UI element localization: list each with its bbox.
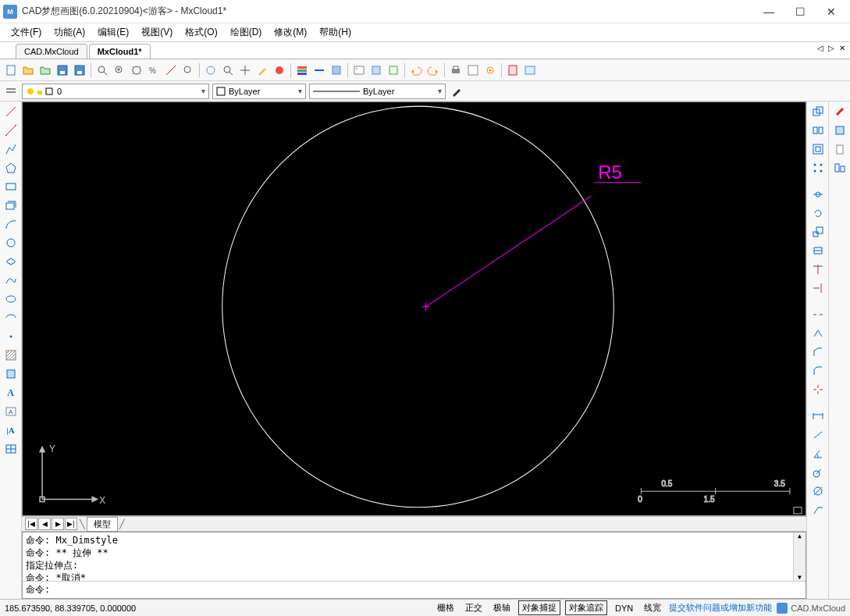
measure-distance-icon[interactable] — [163, 62, 179, 78]
layout-prev-icon[interactable]: ◀ — [38, 518, 51, 530]
tab-close-icon[interactable]: ✕ — [838, 44, 847, 52]
brush-icon[interactable] — [254, 62, 270, 78]
fillet-tool-icon[interactable] — [809, 362, 827, 379]
mirror-tool-icon[interactable] — [809, 122, 827, 139]
layer-manager-icon[interactable] — [294, 62, 310, 78]
xref-icon[interactable] — [386, 62, 401, 78]
layer-selector[interactable]: 0 ▾ — [22, 84, 209, 99]
paste-icon[interactable] — [831, 141, 848, 158]
menu-draw[interactable]: 绘图(D) — [224, 24, 269, 41]
array-tool-icon[interactable] — [809, 159, 827, 176]
color-icon[interactable] — [272, 62, 287, 78]
rectangle-tool-icon[interactable] — [2, 178, 20, 195]
polar-toggle[interactable]: 极轴 — [490, 601, 514, 614]
offset-tool-icon[interactable] — [809, 141, 827, 158]
dim-radius-icon[interactable] — [809, 464, 827, 481]
leader-icon[interactable] — [809, 501, 827, 518]
save-as-icon[interactable] — [72, 62, 87, 78]
layer-properties-icon[interactable] — [3, 84, 19, 99]
export-pdf-icon[interactable] — [505, 62, 521, 78]
close-button[interactable]: ✕ — [816, 1, 847, 23]
copy-tool-icon[interactable] — [809, 103, 827, 120]
explode-tool-icon[interactable] — [809, 381, 827, 398]
undo-icon[interactable] — [408, 62, 424, 78]
zoom-realtime-icon[interactable] — [220, 62, 236, 78]
save-icon[interactable] — [55, 62, 70, 78]
menu-help[interactable]: 帮助(H) — [313, 24, 357, 41]
ellipse-tool-icon[interactable] — [2, 290, 20, 308]
mtext-tool-icon[interactable]: A — [2, 403, 20, 420]
print-icon[interactable] — [448, 62, 464, 78]
spline-tool-icon[interactable] — [2, 272, 20, 289]
extend-tool-icon[interactable] — [809, 280, 827, 297]
revcloud-tool-icon[interactable] — [2, 253, 20, 270]
zoom-extents-icon[interactable] — [129, 62, 144, 78]
color-selector[interactable]: ByLayer ▾ — [212, 84, 306, 99]
model-tab[interactable]: 模型 — [87, 517, 118, 532]
layout-next-icon[interactable]: ▶ — [52, 518, 64, 530]
minimize-button[interactable]: — — [753, 1, 784, 23]
copy-clip-icon[interactable] — [831, 122, 848, 139]
join-tool-icon[interactable] — [809, 325, 827, 342]
open-cloud-icon[interactable] — [37, 62, 53, 78]
menu-format[interactable]: 格式(O) — [179, 24, 223, 41]
line-tool-icon[interactable] — [2, 103, 20, 120]
maximize-button[interactable]: ☐ — [784, 1, 816, 23]
rotate-tool-icon[interactable] — [809, 205, 827, 222]
scale-tool-icon[interactable] — [809, 223, 827, 240]
move-tool-icon[interactable] — [809, 186, 827, 203]
arc-tool-icon[interactable] — [2, 215, 20, 233]
attribute-text-tool-icon[interactable]: |A — [2, 422, 20, 439]
align-tool-icon[interactable] — [831, 159, 848, 176]
menu-function[interactable]: 功能(A) — [48, 24, 91, 41]
linetype-icon[interactable] — [311, 62, 327, 78]
xline-tool-icon[interactable] — [2, 122, 20, 139]
dim-diameter-icon[interactable] — [809, 482, 827, 500]
lineweight-toggle[interactable]: 线宽 — [641, 601, 664, 614]
new-file-icon[interactable] — [3, 62, 19, 78]
table-tool-icon[interactable] — [2, 440, 20, 458]
dim-aligned-icon[interactable] — [809, 426, 827, 443]
block-icon[interactable] — [329, 62, 344, 78]
ellipse-arc-tool-icon[interactable] — [2, 309, 20, 326]
dim-angular-icon[interactable] — [809, 445, 827, 462]
snap-grid-toggle[interactable]: 栅格 — [434, 601, 457, 614]
doc-tab-1[interactable]: CAD.MxCloud — [16, 44, 87, 59]
command-scrollbar[interactable]: ▲▼ — [793, 532, 806, 581]
trim-tool-icon[interactable] — [809, 261, 827, 278]
drawing-canvas[interactable]: R5 Y X 0.5 3.5 — [22, 101, 806, 516]
dyn-toggle[interactable]: DYN — [612, 603, 636, 614]
insert-block-icon[interactable] — [368, 62, 384, 78]
layout-last-icon[interactable]: ▶| — [65, 518, 77, 530]
polygon-tool-icon[interactable] — [2, 159, 20, 176]
ortho-toggle[interactable]: 正交 — [462, 601, 485, 614]
box-tool-icon[interactable] — [2, 197, 20, 214]
zoom-percent-icon[interactable]: % — [146, 62, 162, 78]
layout-first-icon[interactable]: |◀ — [25, 518, 37, 530]
menu-modify[interactable]: 修改(M) — [268, 24, 313, 41]
stretch-tool-icon[interactable] — [809, 242, 827, 259]
osnap-toggle[interactable]: 对象捕捉 — [518, 600, 560, 615]
tab-prev-icon[interactable]: ◁ — [816, 44, 825, 52]
zoom-previous-icon[interactable] — [180, 62, 196, 78]
menu-edit[interactable]: 编辑(E) — [91, 24, 135, 41]
zoom-window-icon[interactable] — [94, 62, 110, 78]
insert-image-icon[interactable] — [351, 62, 367, 78]
linetype-selector[interactable]: ByLayer ▾ — [309, 84, 446, 99]
settings-icon[interactable] — [482, 62, 498, 78]
dim-linear-icon[interactable] — [809, 408, 827, 425]
circle-tool-icon[interactable] — [2, 234, 20, 251]
chamfer-tool-icon[interactable] — [809, 344, 827, 361]
insert-block-tool-icon[interactable] — [2, 365, 20, 383]
erase-tool-icon[interactable] — [831, 103, 848, 120]
doc-tab-2[interactable]: MxCloud1* — [89, 44, 151, 59]
match-properties-icon[interactable] — [449, 84, 464, 99]
hatch-tool-icon[interactable] — [2, 347, 20, 364]
feedback-link[interactable]: 提交软件问题或增加新功能 — [669, 602, 772, 614]
tab-next-icon[interactable]: ▷ — [827, 44, 836, 52]
text-single-tool-icon[interactable]: A — [2, 384, 20, 401]
zoom-in-icon[interactable] — [112, 62, 127, 78]
break-tool-icon[interactable] — [809, 306, 827, 323]
command-input[interactable] — [50, 583, 802, 596]
point-tool-icon[interactable] — [2, 328, 20, 345]
